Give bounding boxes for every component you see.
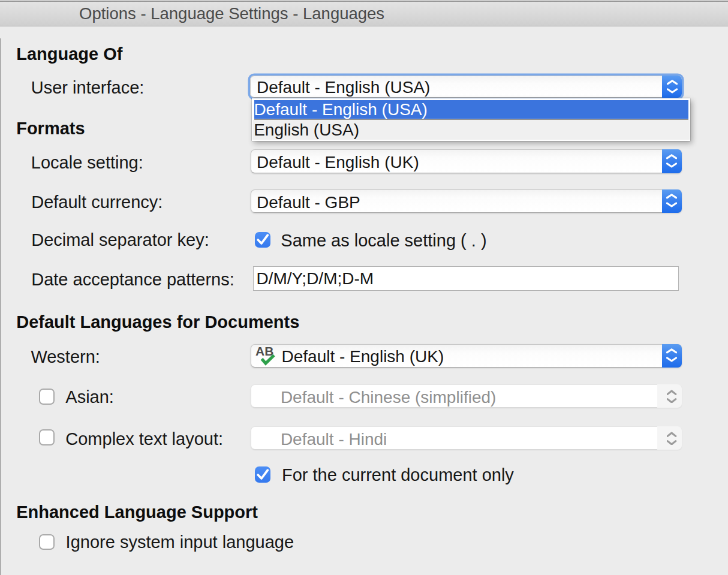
svg-text:AB: AB: [255, 345, 273, 358]
